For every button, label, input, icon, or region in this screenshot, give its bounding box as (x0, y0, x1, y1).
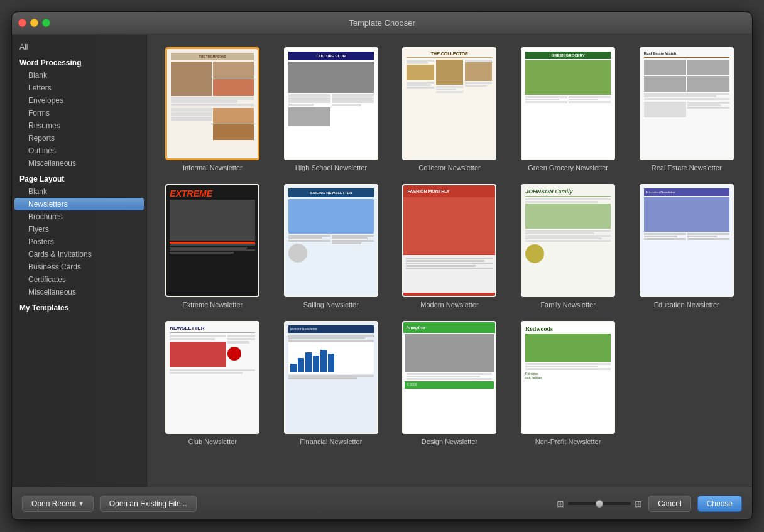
template-thumb-design[interactable]: imagine © 2009 (402, 321, 496, 434)
template-label-education: Education Newsletter (654, 301, 719, 308)
template-label-sailing: Sailing Newsletter (303, 301, 359, 308)
sidebar-item-business-cards[interactable]: Business Cards (12, 261, 146, 273)
template-preview-realestate: Real Estate Watch (641, 48, 733, 159)
close-button[interactable] (18, 19, 26, 27)
template-label-realestate: Real Estate Newsletter (652, 164, 722, 171)
open-existing-button[interactable]: Open an Existing File... (100, 496, 197, 512)
titlebar: Template Chooser (12, 12, 752, 35)
template-label-extreme: Extreme Newsletter (182, 301, 243, 308)
sidebar-item-reports[interactable]: Reports (12, 132, 146, 144)
template-label-informal: Informal Newsletter (183, 164, 243, 171)
zoom-slider-track[interactable] (568, 502, 631, 505)
open-recent-dropdown-arrow: ▼ (79, 501, 84, 507)
sidebar-item-posters[interactable]: Posters (12, 236, 146, 248)
template-label-modern: Modern Newsletter (420, 301, 478, 308)
sidebar-category-my-templates[interactable]: My Templates (12, 298, 146, 314)
sidebar-item-envelopes[interactable]: Envelopes (12, 94, 146, 107)
template-preview-nonprofit: Redwoods Pellentesque habitan (522, 322, 614, 433)
minimize-button[interactable] (30, 19, 38, 27)
template-preview-extreme: EXTREME (166, 185, 258, 296)
sidebar: All Word Processing Blank Letters Envelo… (12, 35, 147, 487)
template-thumb-education[interactable]: Education Newsletter (640, 184, 734, 297)
template-preview-informal: THE THOMPSONS (167, 49, 258, 158)
template-thumb-collector[interactable]: THE COLLECTOR (402, 47, 496, 160)
template-preview-education: Education Newsletter (641, 185, 733, 296)
zoom-small-icon: ⊞ (557, 499, 564, 509)
template-thumb-extreme[interactable]: EXTREME (165, 184, 259, 297)
template-item-highschool[interactable]: CULTURE CLUB (278, 47, 385, 171)
template-label-collector: Collector Newsletter (418, 164, 480, 171)
sidebar-item-brochures[interactable]: Brochures (12, 210, 146, 223)
sidebar-item-miscellaneous-wp[interactable]: Miscellaneous (12, 157, 146, 170)
template-preview-collector: THE COLLECTOR (403, 48, 495, 159)
sidebar-item-miscellaneous-pl[interactable]: Miscellaneous (12, 286, 146, 298)
traffic-lights (18, 19, 50, 27)
template-label-greengrocery: Green Grocery Newsletter (528, 164, 608, 171)
template-preview-greengrocery: GREEN GROCERY (522, 48, 614, 159)
template-label-design: Design Newsletter (422, 438, 478, 445)
sidebar-item-outlines[interactable]: Outlines (12, 144, 146, 157)
action-buttons: Cancel Choose (648, 496, 742, 512)
sidebar-item-certificates[interactable]: Certificates (12, 273, 146, 286)
sidebar-category-word-processing[interactable]: Word Processing (12, 53, 146, 69)
template-thumb-realestate[interactable]: Real Estate Watch (640, 47, 734, 160)
template-thumb-nonprofit[interactable]: Redwoods Pellentesque habitan (521, 321, 615, 434)
main-content: All Word Processing Blank Letters Envelo… (12, 35, 752, 487)
template-label-nonprofit: Non-Profit Newsletter (535, 438, 601, 445)
content-area: THE THOMPSONS (147, 35, 752, 487)
sidebar-item-forms[interactable]: Forms (12, 107, 146, 119)
sidebar-item-cards-invitations[interactable]: Cards & Invitations (12, 248, 146, 261)
template-thumb-greengrocery[interactable]: GREEN GROCERY (521, 47, 615, 160)
sidebar-item-resumes[interactable]: Resumes (12, 119, 146, 132)
zoom-slider-thumb[interactable] (596, 500, 603, 508)
sidebar-item-newsletters[interactable]: Newsletters (14, 198, 144, 210)
bottom-bar: Open Recent ▼ Open an Existing File... ⊞… (12, 487, 752, 519)
sidebar-category-page-layout[interactable]: Page Layout (12, 170, 146, 185)
template-thumb-club[interactable]: NEWSLETTER (165, 321, 259, 434)
template-label-club: Club Newsletter (188, 438, 237, 445)
template-preview-club: NEWSLETTER (166, 322, 258, 433)
template-item-nonprofit[interactable]: Redwoods Pellentesque habitan Non-Profit… (515, 321, 621, 445)
template-thumb-informal[interactable]: THE THOMPSONS (165, 47, 259, 160)
template-preview-financial: Investor Newsletter (285, 322, 377, 433)
template-item-informal[interactable]: THE THOMPSONS (160, 47, 266, 171)
template-label-financial: Financial Newsletter (300, 438, 362, 445)
window-title: Template Chooser (349, 18, 415, 28)
template-thumb-modern[interactable]: FASHION MONTHLY (402, 184, 496, 297)
template-thumb-highschool[interactable]: CULTURE CLUB (284, 47, 378, 160)
template-preview-highschool: CULTURE CLUB (285, 48, 377, 159)
template-thumb-financial[interactable]: Investor Newsletter (284, 321, 378, 434)
template-chooser-window: Template Chooser All Word Processing Bla… (11, 11, 753, 520)
template-item-club[interactable]: NEWSLETTER (160, 321, 266, 445)
cancel-button[interactable]: Cancel (648, 496, 690, 512)
template-item-realestate[interactable]: Real Estate Watch (633, 47, 739, 171)
template-preview-design: imagine © 2009 (403, 322, 495, 433)
template-item-collector[interactable]: THE COLLECTOR (396, 47, 503, 171)
sidebar-item-all[interactable]: All (12, 41, 146, 53)
template-label-highschool: High School Newsletter (295, 164, 367, 171)
template-thumb-family[interactable]: JOHNSON Family (521, 184, 615, 297)
template-item-education[interactable]: Education Newsletter (633, 184, 739, 308)
template-item-extreme[interactable]: EXTREME Extreme Newsletter (160, 184, 266, 308)
template-item-family[interactable]: JOHNSON Family Family Newslette (515, 184, 621, 308)
template-item-design[interactable]: imagine © 2009 Design Newsletter (396, 321, 503, 445)
template-thumb-sailing[interactable]: SAILING NEWSLETTER (284, 184, 378, 297)
open-recent-button[interactable]: Open Recent ▼ (22, 496, 94, 512)
sidebar-item-flyers[interactable]: Flyers (12, 223, 146, 236)
zoom-large-icon: ⊞ (635, 499, 642, 509)
template-item-modern[interactable]: FASHION MONTHLY Modern Newsletter (396, 184, 503, 308)
template-preview-family: JOHNSON Family (522, 185, 614, 296)
template-item-greengrocery[interactable]: GREEN GROCERY (515, 47, 621, 171)
template-preview-sailing: SAILING NEWSLETTER (285, 185, 377, 296)
template-item-sailing[interactable]: SAILING NEWSLETTER (278, 184, 385, 308)
template-item-financial[interactable]: Investor Newsletter (278, 321, 385, 445)
zoom-control: ⊞ ⊞ (557, 499, 642, 509)
sidebar-item-blank-pl[interactable]: Blank (12, 185, 146, 198)
template-grid: THE THOMPSONS (160, 47, 739, 445)
template-label-family: Family Newsletter (540, 301, 595, 308)
maximize-button[interactable] (42, 19, 50, 27)
template-preview-modern: FASHION MONTHLY (403, 185, 495, 296)
choose-button[interactable]: Choose (697, 496, 742, 512)
sidebar-item-letters[interactable]: Letters (12, 82, 146, 94)
sidebar-item-blank[interactable]: Blank (12, 69, 146, 82)
